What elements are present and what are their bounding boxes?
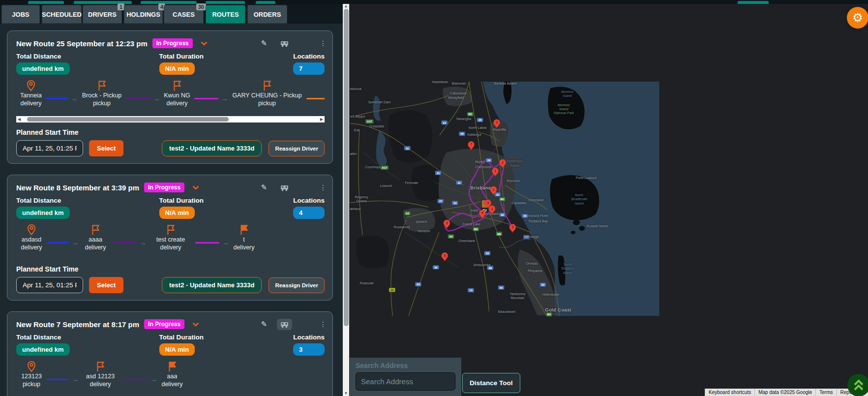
total-duration-value: N/A min xyxy=(159,343,195,356)
stop-name: aaa xyxy=(167,372,178,380)
route-stop: Kwun NGdelivery xyxy=(160,80,194,115)
road-shield: M1 xyxy=(499,197,506,201)
tab-drivers[interactable]: DRIVERS1 xyxy=(83,5,122,24)
stop-flag-icon xyxy=(263,80,272,91)
tab-badge: 30 xyxy=(196,3,206,10)
planned-start-time-input[interactable] xyxy=(16,140,83,156)
attribution-item[interactable]: Terms xyxy=(815,389,836,396)
route-stops-row: Tanneiadelivery→Brock - Pickuppickup→Kwu… xyxy=(16,80,325,115)
reassign-driver-button[interactable]: Reassign Driver xyxy=(269,277,325,293)
card-menu-icon[interactable]: ⋮ xyxy=(320,320,325,328)
flag-icon xyxy=(263,80,272,91)
status-chevron-down[interactable] xyxy=(201,41,208,46)
status-chevron-down[interactable] xyxy=(192,185,199,190)
svg-text:A17: A17 xyxy=(367,120,372,123)
total-distance-value: undefined km xyxy=(16,207,70,219)
svg-text:1: 1 xyxy=(494,169,496,173)
tab-orders[interactable]: ORDERS xyxy=(247,5,287,24)
assign-vehicle-button[interactable] xyxy=(277,38,292,49)
assign-vehicle-button[interactable] xyxy=(277,182,292,193)
stop-connector: → xyxy=(47,375,78,383)
connector-arrow-icon: → xyxy=(72,239,78,246)
road-shield: 41 xyxy=(456,181,462,185)
connector-line xyxy=(126,98,150,99)
stop-connector: → xyxy=(306,94,325,102)
connector-arrow-icon: → xyxy=(72,376,78,383)
map-place-label: Beaudesert xyxy=(498,310,515,313)
panel-scrollbar[interactable]: ▲ ▼ xyxy=(343,4,349,396)
route-card: New Route 7 September at 8:17 pmIn Progr… xyxy=(7,311,333,396)
svg-text:30: 30 xyxy=(501,213,504,216)
chevron-down-icon xyxy=(192,185,199,190)
route-title: New Route 25 September at 12:23 pm xyxy=(16,39,148,48)
svg-text:90: 90 xyxy=(500,286,503,289)
tab-scheduled[interactable]: SCHEDULED xyxy=(42,5,82,24)
svg-text:22: 22 xyxy=(443,122,446,124)
svg-text:A2: A2 xyxy=(406,212,409,215)
locations: Locations4 xyxy=(293,197,325,219)
map-canvas[interactable]: M1262258A1731A17263141373320M13045A2M2M6… xyxy=(349,4,868,396)
route-metrics-row: Total Distanceundefined kmTotal Duration… xyxy=(16,197,325,219)
reassign-driver-button[interactable]: Reassign Driver xyxy=(269,141,325,156)
tab-cases[interactable]: CASES30 xyxy=(164,5,204,24)
svg-text:37: 37 xyxy=(439,200,442,203)
connector-line xyxy=(46,98,68,99)
road-shield: M2 xyxy=(473,227,479,231)
card-header-actions: ✎⋮ xyxy=(261,319,325,330)
total-distance-label: Total Distance xyxy=(16,53,70,60)
scrollbar-thumb[interactable] xyxy=(344,9,349,326)
location-pin-icon xyxy=(27,224,36,236)
planned-start-time-label: Planned Start Time xyxy=(16,265,325,273)
route-stop: test createdelivery xyxy=(146,224,195,259)
tab-holdings[interactable]: HOLDINGS4 xyxy=(124,5,163,24)
stop-name: Tanneia xyxy=(20,91,42,99)
stop-connector: → xyxy=(46,94,77,102)
tab-routes[interactable]: ROUTES xyxy=(206,5,245,24)
scroll-right-arrow[interactable]: ▶ xyxy=(319,117,325,122)
locations-value: 7 xyxy=(293,62,325,75)
map-place-label: Redcliffe xyxy=(493,128,507,131)
attribution-item[interactable]: Map data ©2025 Google xyxy=(754,389,815,396)
attribution-item[interactable]: Keyboard shortcuts xyxy=(705,389,754,396)
scroll-up-arrow[interactable]: ▲ xyxy=(343,4,349,8)
svg-text:M6: M6 xyxy=(497,233,501,236)
stops-scrollbar[interactable]: ◀▶ xyxy=(16,116,325,122)
edit-pencil-icon[interactable]: ✎ xyxy=(261,320,267,329)
connector-line xyxy=(47,379,69,380)
search-address-input[interactable] xyxy=(356,372,455,391)
search-address-label: Search Address xyxy=(356,362,455,369)
distance-tool-button[interactable]: Distance Tool xyxy=(462,373,520,393)
scroll-left-arrow[interactable]: ◀ xyxy=(16,117,22,122)
svg-text:95: 95 xyxy=(434,266,437,269)
tab-jobs[interactable]: JOBS xyxy=(1,5,40,24)
select-time-button[interactable]: Select xyxy=(89,140,123,156)
road-shield: A2 xyxy=(404,211,411,215)
stop-name: Kwun NG xyxy=(164,91,190,99)
assign-vehicle-button[interactable] xyxy=(277,319,292,330)
map-place-label: Wamuran xyxy=(451,82,466,85)
route-stop: asd 12123delivery xyxy=(78,361,122,396)
scroll-down-arrow[interactable]: ▼ xyxy=(343,391,349,396)
planned-start-time-input[interactable] xyxy=(16,277,83,293)
route-stop: aaadelivery xyxy=(157,361,187,396)
map-place-label: Somerset Dam xyxy=(368,100,391,104)
card-menu-icon[interactable]: ⋮ xyxy=(320,183,325,191)
edit-pencil-icon[interactable]: ✎ xyxy=(261,183,267,192)
route-card-header: New Route 8 September at 3:39 pmIn Progr… xyxy=(16,181,325,194)
status-chevron-down[interactable] xyxy=(192,322,199,327)
tab-label: ROUTES xyxy=(212,11,239,18)
stop-connector: → xyxy=(47,239,78,246)
total-distance: Total Distanceundefined km xyxy=(16,53,70,75)
stop-type: delivery xyxy=(160,244,181,251)
card-menu-icon[interactable]: ⋮ xyxy=(320,39,325,47)
map-settings-button[interactable]: ⚙ xyxy=(847,7,868,29)
route-metrics-row: Total Distanceundefined kmTotal Duration… xyxy=(16,53,325,75)
stops-scrollbar-track[interactable] xyxy=(22,117,319,122)
edit-pencil-icon[interactable]: ✎ xyxy=(261,39,267,48)
svg-text:M2: M2 xyxy=(474,228,478,231)
select-time-button[interactable]: Select xyxy=(89,277,123,293)
map-place-label: Moreton xyxy=(558,103,570,107)
stops-scrollbar-thumb[interactable] xyxy=(27,117,229,122)
map-place-label: Caboolture xyxy=(450,91,467,95)
collapse-panel-button[interactable] xyxy=(847,374,868,396)
